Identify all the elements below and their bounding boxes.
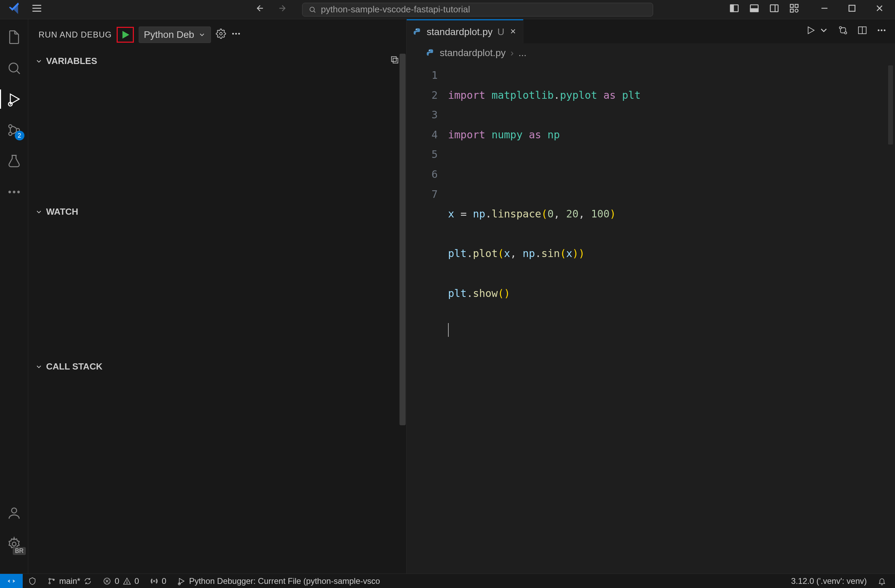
svg-point-35 <box>235 33 237 35</box>
chevron-down-icon <box>35 208 42 216</box>
svg-point-28 <box>13 191 15 193</box>
svg-point-30 <box>11 508 17 513</box>
remote-button[interactable] <box>0 574 23 588</box>
svg-rect-12 <box>795 5 798 8</box>
svg-point-52 <box>49 582 50 584</box>
svg-point-39 <box>416 29 417 30</box>
breadcrumb-file: standardplot.py <box>440 47 505 59</box>
svg-point-14 <box>795 9 798 12</box>
ports-count: 0 <box>162 576 166 586</box>
svg-rect-6 <box>731 5 734 12</box>
svg-point-31 <box>12 542 16 546</box>
python-file-icon <box>413 27 422 36</box>
svg-marker-32 <box>123 32 128 38</box>
window-maximize-icon[interactable] <box>847 3 857 16</box>
layout-panel-icon[interactable] <box>749 3 759 16</box>
svg-point-3 <box>310 7 314 11</box>
sidebar-title: RUN AND DEBUG <box>38 30 112 39</box>
diff-icon[interactable] <box>838 25 848 38</box>
tab-label: standardplot.py <box>427 26 492 38</box>
debug-config-select[interactable]: Python Deb <box>139 26 211 43</box>
collapse-all-icon[interactable] <box>390 55 399 67</box>
svg-rect-38 <box>393 58 398 63</box>
section-watch-header[interactable]: WATCH <box>28 202 407 222</box>
debug-settings-icon[interactable] <box>216 29 226 41</box>
section-callstack-label: CALL STACK <box>46 361 103 372</box>
activity-bar: 2 BR <box>0 19 28 574</box>
chevron-down-icon <box>35 363 42 371</box>
svg-point-59 <box>153 580 155 582</box>
svg-rect-9 <box>771 5 778 12</box>
breadcrumb-sep: › <box>510 47 513 59</box>
activity-search-icon[interactable] <box>6 60 22 76</box>
tab-standardplot[interactable]: standardplot.py U <box>407 19 523 43</box>
vscode-logo-icon <box>8 2 21 17</box>
editor-area: standardplot.py U standardplot.py › ... <box>407 19 895 574</box>
svg-point-47 <box>878 29 880 31</box>
status-interpreter[interactable]: 3.12.0 ('.venv': venv) <box>786 576 872 586</box>
menu-icon[interactable] <box>31 2 42 17</box>
activity-settings-icon[interactable]: BR <box>6 536 22 552</box>
status-branch[interactable]: main* <box>42 574 97 588</box>
status-notifications-icon[interactable] <box>872 577 892 585</box>
settings-badge: BR <box>13 547 26 555</box>
breadcrumb[interactable]: standardplot.py › ... <box>407 43 895 63</box>
status-debug-target[interactable]: Python Debugger: Current File (python-sa… <box>172 574 385 588</box>
cursor <box>448 323 449 337</box>
activity-overflow-icon[interactable] <box>6 184 22 200</box>
minimap[interactable] <box>888 65 893 144</box>
svg-rect-13 <box>790 9 793 12</box>
tab-close-icon[interactable] <box>509 26 517 38</box>
debug-sidebar: RUN AND DEBUG Python Deb VARIABLES <box>28 19 407 574</box>
svg-line-20 <box>17 71 20 74</box>
layout-customize-icon[interactable] <box>789 3 799 16</box>
svg-point-24 <box>9 132 12 135</box>
activity-debug-icon[interactable] <box>6 91 22 108</box>
svg-point-44 <box>844 32 846 34</box>
nav-forward-icon <box>278 3 287 15</box>
status-trust-icon[interactable] <box>23 574 42 588</box>
status-ports[interactable]: 0 <box>144 574 172 588</box>
layout-secondary-sidebar-icon[interactable] <box>769 3 780 16</box>
svg-point-49 <box>884 29 885 31</box>
svg-rect-16 <box>849 5 855 11</box>
python-file-icon <box>426 48 435 58</box>
tab-modified: U <box>497 26 504 38</box>
branch-name: main* <box>59 576 80 586</box>
svg-point-34 <box>232 33 234 35</box>
editor-more-icon[interactable] <box>877 25 887 38</box>
section-variables-header[interactable]: VARIABLES <box>28 50 407 72</box>
activity-account-icon[interactable] <box>6 505 22 521</box>
error-count: 0 <box>115 576 119 586</box>
window-minimize-icon[interactable] <box>819 3 830 16</box>
svg-rect-8 <box>751 9 758 12</box>
chevron-down-icon <box>198 31 206 38</box>
section-callstack-header[interactable]: CALL STACK <box>28 356 407 377</box>
command-center[interactable]: python-sample-vscode-fastapi-tutorial <box>302 3 653 17</box>
run-dropdown-icon[interactable] <box>819 25 829 38</box>
activity-explorer-icon[interactable] <box>6 29 22 45</box>
sidebar-scrollbar[interactable] <box>399 54 406 425</box>
statusbar: main* 0 0 0 Python Debugger: Current Fil… <box>0 574 895 588</box>
start-debug-button[interactable] <box>117 27 134 42</box>
split-editor-icon[interactable] <box>857 25 868 38</box>
layout-primary-sidebar-icon[interactable] <box>729 3 739 16</box>
code-content[interactable]: import matplotlib.pyplot as plt import n… <box>448 65 895 574</box>
debug-more-icon[interactable] <box>231 29 241 41</box>
status-problems[interactable]: 0 0 <box>97 574 144 588</box>
activity-testing-icon[interactable] <box>6 153 22 169</box>
activity-scm-icon[interactable]: 2 <box>6 122 22 138</box>
svg-point-23 <box>9 124 12 128</box>
nav-back-icon[interactable] <box>255 3 265 15</box>
tab-row: standardplot.py U <box>407 19 895 43</box>
window-close-icon[interactable] <box>874 3 885 16</box>
breadcrumb-more: ... <box>519 47 526 59</box>
search-text: python-sample-vscode-fastapi-tutorial <box>321 4 470 15</box>
svg-rect-37 <box>391 57 396 62</box>
debug-config-label: Python Deb <box>144 29 194 40</box>
code-area[interactable]: 1 2 3 4 5 6 7 import matplotlib.pyplot a… <box>407 63 895 574</box>
svg-line-4 <box>314 11 315 12</box>
run-file-icon[interactable] <box>806 25 816 38</box>
svg-point-43 <box>839 26 841 29</box>
chevron-down-icon <box>35 58 42 65</box>
